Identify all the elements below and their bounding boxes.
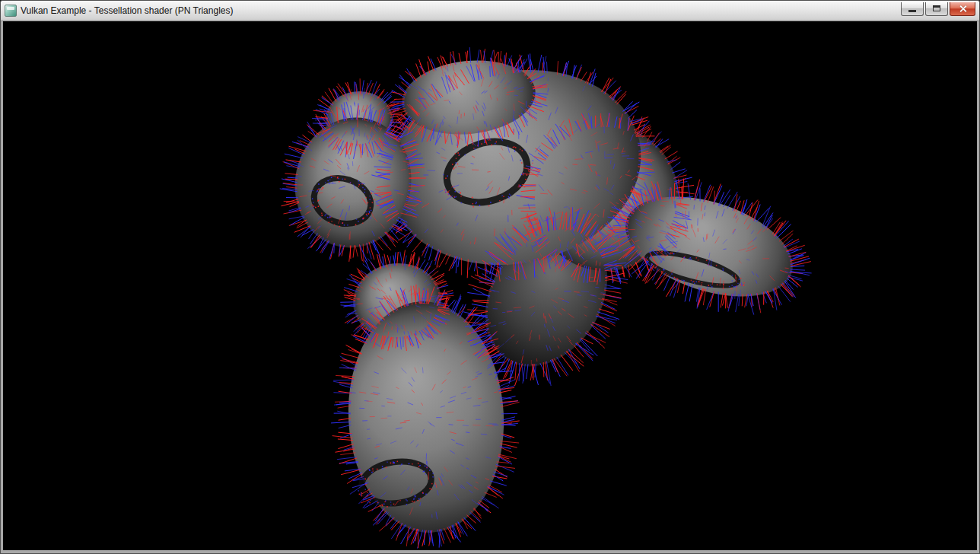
- close-button[interactable]: [950, 2, 975, 16]
- render-canvas[interactable]: [3, 21, 977, 550]
- window-controls: [901, 2, 975, 16]
- maximize-button[interactable]: [925, 2, 948, 16]
- maximize-icon: [933, 5, 940, 11]
- close-icon: [959, 5, 967, 13]
- app-icon: [5, 5, 17, 17]
- minimize-button[interactable]: [901, 2, 924, 16]
- app-window: Vulkan Example - Tessellation shader (PN…: [0, 0, 980, 554]
- window-title: Vulkan Example - Tessellation shader (PN…: [21, 1, 897, 21]
- minimize-icon: [908, 10, 916, 12]
- viewport-frame: [1, 21, 979, 553]
- titlebar[interactable]: Vulkan Example - Tessellation shader (PN…: [1, 1, 979, 21]
